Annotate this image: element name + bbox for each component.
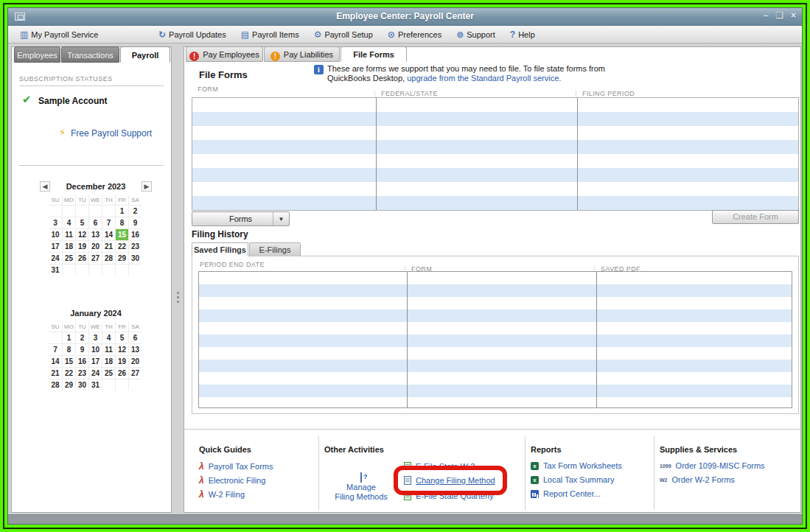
payroll-setup-button[interactable]: ⚙ Payroll Setup: [313, 26, 374, 43]
table-row[interactable]: [199, 322, 792, 335]
calendar-day[interactable]: 8: [115, 217, 128, 228]
calendar-day[interactable]: 30: [75, 379, 88, 391]
calendar-day[interactable]: 31: [88, 379, 102, 391]
calendar-day[interactable]: 25: [102, 367, 115, 379]
calendar-day[interactable]: 20: [128, 355, 142, 367]
calendar-day[interactable]: 23: [128, 240, 142, 252]
calendar-day[interactable]: 11: [102, 343, 115, 355]
table-row[interactable]: [192, 196, 798, 210]
tab-pay-liabilities[interactable]: !Pay Liabilities: [264, 46, 340, 62]
column-divider[interactable]: [407, 272, 408, 407]
calendar-day[interactable]: 16: [75, 355, 88, 367]
table-row[interactable]: [199, 347, 792, 360]
table-row[interactable]: [192, 182, 798, 196]
calendar-day[interactable]: 18: [62, 240, 75, 252]
calendar-prev-icon[interactable]: ◀: [40, 181, 50, 192]
table-row[interactable]: [192, 126, 798, 140]
table-row[interactable]: [199, 297, 792, 309]
support-button[interactable]: ⊚ Support: [455, 26, 497, 43]
w2-filing-link[interactable]: λW-2 Filing: [199, 489, 245, 500]
calendar-day[interactable]: 12: [115, 343, 128, 355]
table-row[interactable]: [192, 140, 798, 154]
forms-dropdown-button[interactable]: Forms ▼: [192, 211, 290, 226]
close-button-icon[interactable]: ×: [791, 10, 796, 21]
calendar-day[interactable]: 26: [115, 367, 128, 379]
calendar-day[interactable]: 19: [115, 355, 128, 367]
calendar-day[interactable]: 22: [115, 240, 128, 252]
calendar-day[interactable]: 21: [49, 367, 62, 379]
calendar-day[interactable]: 24: [88, 367, 102, 379]
calendar-day[interactable]: 2: [128, 205, 142, 217]
calendar-day[interactable]: 12: [75, 228, 88, 240]
payroll-items-button[interactable]: ▤ Payroll Items: [240, 26, 301, 43]
table-row[interactable]: [199, 272, 792, 284]
calendar-day[interactable]: 5: [75, 217, 88, 228]
column-divider[interactable]: [596, 272, 597, 407]
tab-file-forms[interactable]: File Forms: [341, 46, 407, 62]
tab-saved-filings[interactable]: Saved Filings: [192, 242, 248, 256]
calendar-day[interactable]: 27: [128, 367, 142, 379]
column-grip-icon[interactable]: ⋮: [573, 90, 579, 97]
calendar-day[interactable]: 10: [88, 343, 102, 355]
table-row[interactable]: [192, 168, 798, 182]
change-filing-method-link[interactable]: Change Filing Method: [416, 476, 495, 485]
calendar-day[interactable]: 8: [62, 343, 75, 355]
calendar-next-icon[interactable]: ▶: [142, 181, 152, 192]
local-tax-summary-link[interactable]: xLocal Tax Summary: [531, 475, 614, 484]
column-grip-icon[interactable]: ⋮: [371, 90, 378, 97]
table-row[interactable]: [199, 360, 792, 372]
calendar-day[interactable]: 22: [62, 367, 75, 379]
table-row[interactable]: [199, 397, 792, 408]
calendar-day[interactable]: 10: [49, 228, 62, 240]
calendar-day[interactable]: 15: [62, 355, 75, 367]
calendar-day[interactable]: 25: [62, 252, 75, 264]
calendar-day[interactable]: 21: [102, 240, 115, 252]
calendar-day[interactable]: 9: [75, 343, 88, 355]
calendar-day[interactable]: 30: [128, 252, 142, 264]
calendar-day[interactable]: 17: [88, 355, 102, 367]
calendar-day[interactable]: 23: [75, 367, 88, 379]
calendar-day[interactable]: 5: [115, 332, 128, 343]
table-row[interactable]: [199, 309, 792, 322]
table-row[interactable]: [199, 284, 792, 297]
tab-payroll[interactable]: Payroll: [120, 46, 170, 63]
table-row[interactable]: [199, 335, 792, 347]
calendar-day[interactable]: 13: [128, 343, 142, 355]
calendar-day[interactable]: 28: [49, 379, 62, 391]
payroll-updates-button[interactable]: ↻ Payroll Updates: [157, 26, 228, 43]
calendar-day[interactable]: 6: [88, 217, 102, 228]
calendar-day[interactable]: 7: [49, 343, 62, 355]
calendar-day[interactable]: 3: [88, 332, 102, 343]
my-payroll-service-button[interactable]: ▥ My Payroll Service: [18, 26, 99, 43]
calendar-day[interactable]: 19: [75, 240, 88, 252]
calendar-day[interactable]: 13: [88, 228, 102, 240]
calendar-day[interactable]: 3: [49, 217, 62, 228]
calendar-day[interactable]: 29: [115, 252, 128, 264]
electronic-filing-link[interactable]: λElectronic Filing: [199, 475, 265, 486]
calendar-day[interactable]: 4: [62, 217, 75, 228]
tab-pay-employees[interactable]: !Pay Employees: [186, 46, 263, 62]
calendar-day[interactable]: 31: [49, 264, 62, 276]
tab-employees[interactable]: Employees: [14, 46, 60, 63]
column-divider[interactable]: [577, 98, 578, 210]
calendar-day[interactable]: 4: [102, 332, 115, 343]
tab-transactions[interactable]: Transactions: [61, 46, 119, 63]
calendar-day[interactable]: 16: [128, 228, 142, 240]
calendar-day[interactable]: 2: [75, 332, 88, 343]
calendar-day[interactable]: 17: [49, 240, 62, 252]
panel-splitter[interactable]: [175, 288, 180, 306]
order-w2-forms-link[interactable]: W2Order W-2 Forms: [660, 475, 735, 484]
order-1099-misc-forms-link[interactable]: 1099Order 1099-MISC Forms: [660, 461, 765, 470]
calendar-day[interactable]: 1: [62, 332, 75, 343]
table-row[interactable]: [199, 385, 792, 397]
table-row[interactable]: [192, 154, 798, 168]
tax-form-worksheets-link[interactable]: xTax Form Worksheets: [531, 461, 622, 470]
calendar-day[interactable]: 18: [102, 355, 115, 367]
tab-e-filings[interactable]: E-Filings: [249, 242, 301, 256]
calendar-day[interactable]: 1: [115, 205, 128, 217]
calendar-day[interactable]: 11: [62, 228, 75, 240]
calendar-day[interactable]: 9: [128, 217, 142, 228]
minimize-button-icon[interactable]: –: [764, 10, 769, 21]
calendar-day[interactable]: 26: [75, 252, 88, 264]
create-form-button[interactable]: Create Form: [712, 210, 799, 224]
